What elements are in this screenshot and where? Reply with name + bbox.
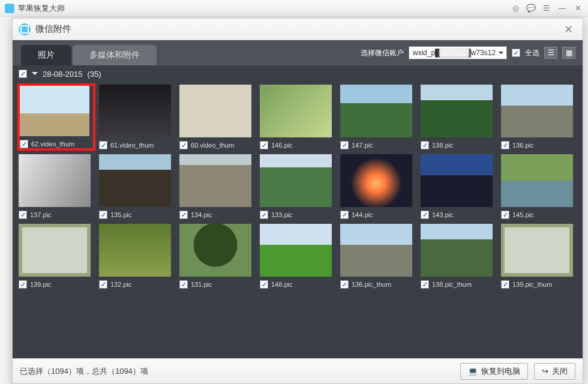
thumbnail-image[interactable]: [99, 85, 171, 137]
thumbnail-cell[interactable]: 62.video_thum: [19, 85, 94, 149]
thumbnail-caption: 61.video_thum: [99, 141, 171, 149]
close-button[interactable]: ↪ 关闭: [534, 363, 575, 380]
thumbnail-image[interactable]: [501, 85, 573, 137]
thumbnail-checkbox[interactable]: [99, 141, 107, 149]
menu-icon[interactable]: ☰: [541, 3, 552, 14]
thumbnail-label: 146.pic: [271, 142, 292, 149]
thumbnail-checkbox[interactable]: [340, 280, 349, 289]
thumbnail-image[interactable]: [179, 224, 251, 277]
thumbnail-cell[interactable]: 134.pic: [179, 154, 255, 219]
thumbnail-label: 137.pic: [30, 211, 51, 218]
thumbnail-cell[interactable]: 132.pic: [99, 224, 175, 289]
thumbnail-cell[interactable]: 139.pic: [19, 224, 94, 289]
thumbnail-image[interactable]: [340, 224, 412, 277]
thumbnail-label: 144.pic: [352, 211, 373, 218]
thumbnail-image[interactable]: [260, 154, 332, 207]
group-checkbox[interactable]: [19, 70, 27, 78]
thumbnail-cell[interactable]: 145.pic: [501, 154, 577, 219]
thumbnail-checkbox[interactable]: [421, 211, 429, 219]
thumbnail-cell[interactable]: 60.video_thum: [179, 85, 255, 149]
thumbnail-checkbox[interactable]: [340, 211, 349, 219]
restore-button[interactable]: 💻 恢复到电脑: [460, 363, 528, 380]
thumbnail-checkbox[interactable]: [19, 280, 27, 289]
modal-close-icon[interactable]: ✕: [560, 22, 577, 37]
thumbnail-cell[interactable]: 136.pic: [501, 85, 577, 149]
thumbnail-checkbox[interactable]: [179, 211, 188, 219]
thumbnail-caption: 131.pic: [179, 280, 251, 289]
thumbnail-checkbox[interactable]: [340, 141, 349, 149]
thumbnail-scroll-area[interactable]: 28-08-2015 (35) 62.video_thum61.video_th…: [13, 65, 583, 358]
thumbnail-cell[interactable]: 136.pic_thum: [340, 224, 416, 289]
tab-media[interactable]: 多媒体和附件: [73, 45, 157, 65]
thumbnail-label: 134.pic: [191, 211, 212, 218]
thumbnail-cell[interactable]: 144.pic: [340, 154, 416, 219]
thumbnail-checkbox[interactable]: [20, 140, 28, 148]
thumbnail-checkbox[interactable]: [260, 211, 268, 219]
tab-photos[interactable]: 照片: [21, 45, 71, 65]
thumbnail-image[interactable]: [421, 154, 493, 207]
thumbnail-cell[interactable]: 131.pic: [179, 224, 255, 289]
thumbnail-cell[interactable]: 138.pic_thum: [421, 224, 496, 289]
view-grid-icon[interactable]: ▦: [562, 47, 575, 59]
thumbnail-image[interactable]: [421, 224, 493, 277]
thumbnail-cell[interactable]: 138.pic: [421, 85, 496, 149]
thumbnail-image[interactable]: [179, 85, 251, 137]
thumbnail-checkbox[interactable]: [260, 141, 268, 149]
thumbnail-image[interactable]: [260, 224, 332, 277]
thumbnail-cell[interactable]: 61.video_thum: [99, 85, 175, 149]
thumbnail-cell[interactable]: 146.pic: [260, 85, 335, 149]
thumbnail-label: 132.pic: [110, 281, 131, 288]
thumbnail-checkbox[interactable]: [99, 280, 107, 289]
thumbnail-cell[interactable]: 137.pic: [19, 154, 94, 219]
thumbnail-image[interactable]: [260, 85, 332, 137]
thumbnail-caption: 139.pic: [19, 280, 91, 289]
thumbnail-image[interactable]: [20, 86, 89, 136]
date-group-header[interactable]: 28-08-2015 (35): [13, 65, 583, 82]
thumbnail-image[interactable]: [501, 154, 573, 207]
thumbnail-cell[interactable]: 148.pic: [260, 224, 335, 289]
thumbnail-image[interactable]: [19, 224, 91, 277]
thumbnail-caption: 62.video_thum: [20, 140, 92, 148]
thumbnail-caption: 138.pic_thum: [421, 280, 493, 289]
thumbnail-image[interactable]: [19, 154, 91, 207]
thumbnail-checkbox[interactable]: [421, 280, 429, 289]
feedback-icon[interactable]: 💬: [526, 3, 536, 14]
thumbnail-label: 136.pic: [512, 142, 533, 149]
thumbnail-cell[interactable]: 139.pic_thum: [501, 224, 577, 289]
thumbnail-image[interactable]: [421, 85, 493, 137]
thumbnail-caption: 135.pic: [99, 211, 171, 219]
thumbnail-checkbox[interactable]: [19, 211, 27, 219]
thumbnail-cell[interactable]: 133.pic: [260, 154, 335, 219]
thumbnail-checkbox[interactable]: [179, 280, 188, 289]
thumbnail-checkbox[interactable]: [99, 211, 107, 219]
thumbnail-caption: 144.pic: [340, 211, 412, 219]
thumbnail-label: 138.pic_thum: [432, 281, 472, 288]
thumbnail-checkbox[interactable]: [260, 280, 268, 289]
minimize-icon[interactable]: —: [557, 3, 568, 14]
thumbnail-checkbox[interactable]: [501, 141, 509, 149]
thumbnail-checkbox[interactable]: [501, 280, 509, 289]
thumbnail-image[interactable]: [340, 154, 412, 207]
collapse-icon[interactable]: [32, 72, 38, 78]
thumbnail-checkbox[interactable]: [179, 141, 188, 149]
thumbnail-image[interactable]: [99, 224, 171, 277]
thumbnail-caption: 138.pic: [421, 141, 493, 149]
select-all-checkbox[interactable]: [512, 49, 520, 57]
account-select[interactable]: wxid_p███████w73s12: [409, 46, 507, 59]
thumbnail-image[interactable]: [340, 85, 412, 137]
thumbnail-cell[interactable]: 143.pic: [421, 154, 496, 219]
thumbnail-cell[interactable]: 147.pic: [340, 85, 416, 149]
selection-status: 已选择（1094）项，总共（1094）项: [20, 366, 148, 377]
view-list-icon[interactable]: ☰: [544, 47, 557, 59]
thumbnail-image[interactable]: [179, 154, 251, 207]
thumbnail-checkbox[interactable]: [501, 211, 509, 219]
thumbnail-checkbox[interactable]: [421, 141, 429, 149]
thumbnail-caption: 146.pic: [260, 141, 332, 149]
thumbnail-image[interactable]: [99, 154, 171, 207]
close-app-icon[interactable]: ✕: [572, 3, 583, 14]
thumbnail-cell[interactable]: 135.pic: [99, 154, 175, 219]
thumbnail-image[interactable]: [501, 224, 573, 277]
weibo-icon[interactable]: ◎: [510, 3, 521, 14]
thumbnail-caption: 133.pic: [260, 211, 332, 219]
thumbnail-label: 139.pic: [30, 281, 51, 288]
